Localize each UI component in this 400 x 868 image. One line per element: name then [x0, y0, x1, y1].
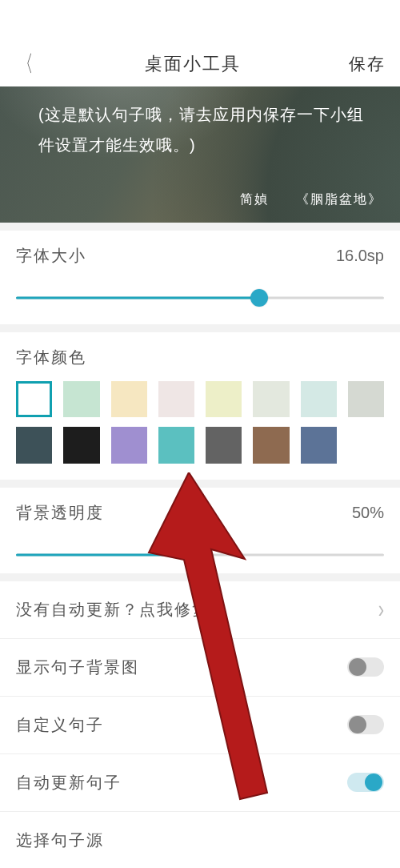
bg-opacity-label: 背景透明度 [16, 502, 104, 524]
back-icon[interactable]: 〈 [18, 53, 34, 75]
show-bg-toggle[interactable] [347, 657, 384, 677]
font-size-value: 16.0sp [336, 247, 384, 265]
auto-update-row: 自动更新句子 [0, 753, 400, 811]
slider-thumb-icon[interactable] [250, 289, 268, 307]
preview-book: 《胭脂盆地》 [296, 192, 382, 206]
preview-attribution: 简媜 《胭脂盆地》 [240, 191, 382, 208]
color-swatch[interactable] [158, 381, 194, 417]
color-swatch[interactable] [253, 381, 289, 417]
color-swatch[interactable] [63, 381, 99, 417]
custom-sentence-label: 自定义句子 [16, 714, 104, 736]
color-swatch[interactable] [206, 427, 242, 463]
auto-update-toggle[interactable] [347, 773, 384, 792]
bg-opacity-slider[interactable] [16, 545, 384, 565]
preview-sentence: (这是默认句子哦，请去应用内保存一下小组件设置才能生效哦。) [38, 99, 376, 160]
font-size-slider[interactable] [16, 287, 384, 308]
color-swatch[interactable] [301, 427, 337, 463]
color-swatch[interactable] [16, 381, 52, 417]
chevron-right-icon: › [378, 595, 384, 624]
bg-opacity-section: 背景透明度 50% [0, 488, 400, 573]
color-swatch[interactable] [253, 427, 289, 463]
custom-sentence-row: 自定义句子 [0, 696, 400, 753]
auto-update-fix-row[interactable]: 没有自动更新？点我修复 › [0, 581, 400, 638]
color-swatch[interactable] [206, 381, 242, 417]
auto-update-fix-label: 没有自动更新？点我修复 [16, 599, 210, 621]
color-swatch[interactable] [111, 381, 147, 417]
font-color-label: 字体颜色 [16, 347, 384, 368]
font-color-section: 字体颜色 [0, 332, 400, 480]
color-swatch[interactable] [111, 427, 147, 463]
header: 〈 桌面小工具 保存 [0, 42, 400, 86]
select-source-label: 选择句子源 [16, 830, 104, 851]
auto-update-label: 自动更新句子 [16, 772, 122, 794]
show-bg-label: 显示句子背景图 [16, 657, 139, 678]
show-bg-row: 显示句子背景图 [0, 638, 400, 696]
save-button[interactable]: 保存 [349, 53, 386, 75]
color-swatch[interactable] [301, 381, 337, 417]
color-swatch[interactable] [158, 427, 194, 463]
color-swatch[interactable] [16, 427, 52, 463]
preview-author: 简媜 [240, 192, 269, 206]
select-source-row[interactable]: 选择句子源 [0, 811, 400, 869]
color-swatch[interactable] [348, 381, 384, 417]
color-swatch[interactable] [63, 427, 99, 463]
custom-sentence-toggle[interactable] [347, 715, 384, 734]
font-size-label: 字体大小 [16, 245, 86, 267]
color-swatch-grid [16, 381, 384, 464]
slider-thumb-icon[interactable] [191, 546, 209, 564]
widget-preview: (这是默认句子哦，请去应用内保存一下小组件设置才能生效哦。) 简媜 《胭脂盆地》 [0, 86, 400, 223]
bg-opacity-value: 50% [352, 504, 384, 522]
font-size-section: 字体大小 16.0sp [0, 231, 400, 324]
page-title: 桌面小工具 [37, 52, 349, 76]
